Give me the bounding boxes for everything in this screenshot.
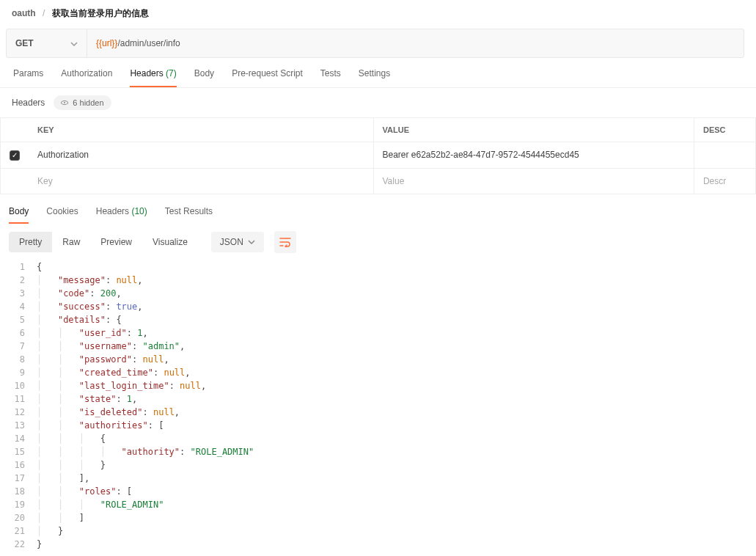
view-visualize[interactable]: Visualize xyxy=(142,232,198,252)
chevron-down-icon xyxy=(248,240,255,244)
resp-tab-body[interactable]: Body xyxy=(9,206,29,224)
format-select[interactable]: JSON xyxy=(211,232,264,252)
value-placeholder[interactable]: Value xyxy=(373,168,694,194)
url-input[interactable]: {{url}}/admin/user/info xyxy=(87,38,744,48)
headers-subheader: Headers 6 hidden xyxy=(0,88,756,117)
view-preview[interactable]: Preview xyxy=(90,232,142,252)
eye-icon xyxy=(61,100,68,105)
breadcrumb: oauth / 获取当前登录用户的信息 xyxy=(0,0,756,29)
desc-placeholder[interactable]: Descr xyxy=(694,168,755,194)
response-tabs: Body Cookies Headers (10) Test Results xyxy=(0,194,756,224)
header-value[interactable]: Bearer e62a52b2-ae84-47d7-9572-4544455ec… xyxy=(373,142,694,169)
wrap-icon xyxy=(279,237,291,247)
col-key: KEY xyxy=(29,118,373,142)
checkbox-icon[interactable]: ✓ xyxy=(10,150,20,161)
tab-headers[interactable]: Headers (7) xyxy=(130,68,176,87)
request-tabs: Params Authorization Headers (7) Body Pr… xyxy=(0,58,756,88)
view-raw[interactable]: Raw xyxy=(52,232,90,252)
tab-prerequest[interactable]: Pre-request Script xyxy=(232,68,303,87)
view-pretty[interactable]: Pretty xyxy=(9,232,52,252)
breadcrumb-request: 获取当前登录用户的信息 xyxy=(52,8,149,18)
url-path: /admin/user/info xyxy=(117,38,180,48)
table-row-empty[interactable]: Key Value Descr xyxy=(1,168,756,194)
wrap-lines-button[interactable] xyxy=(274,231,296,253)
tab-tests[interactable]: Tests xyxy=(320,68,341,87)
headers-table: KEY VALUE DESC ✓ Authorization Bearer e6… xyxy=(0,117,756,194)
url-variable: {{url}} xyxy=(96,38,117,48)
tab-body[interactable]: Body xyxy=(194,68,214,87)
chevron-down-icon xyxy=(70,38,78,48)
resp-tab-cookies[interactable]: Cookies xyxy=(46,206,78,224)
key-placeholder[interactable]: Key xyxy=(29,168,373,194)
url-bar: GET {{url}}/admin/user/info xyxy=(6,29,744,58)
breadcrumb-sep: / xyxy=(38,8,49,18)
headers-label: Headers xyxy=(12,98,45,108)
col-check xyxy=(1,118,29,142)
tab-params[interactable]: Params xyxy=(13,68,43,87)
view-bar: Pretty Raw Preview Visualize JSON xyxy=(0,224,756,257)
method-value: GET xyxy=(15,38,34,48)
col-value: VALUE xyxy=(373,118,694,142)
tab-settings[interactable]: Settings xyxy=(359,68,390,87)
table-row[interactable]: ✓ Authorization Bearer e62a52b2-ae84-47d… xyxy=(1,142,756,169)
hidden-headers-pill[interactable]: 6 hidden xyxy=(54,95,111,110)
header-desc[interactable] xyxy=(694,142,755,169)
tab-authorization[interactable]: Authorization xyxy=(61,68,112,87)
header-key[interactable]: Authorization xyxy=(29,142,373,169)
method-select[interactable]: GET xyxy=(7,29,87,57)
col-desc: DESC xyxy=(694,118,755,142)
response-body[interactable]: 1{2│ "message": null,3│ "code": 200,4│ "… xyxy=(0,257,756,557)
breadcrumb-folder[interactable]: oauth xyxy=(12,8,36,18)
view-mode-segment: Pretty Raw Preview Visualize xyxy=(9,232,198,252)
resp-tab-headers[interactable]: Headers (10) xyxy=(96,206,147,224)
resp-tab-testresults[interactable]: Test Results xyxy=(165,206,213,224)
